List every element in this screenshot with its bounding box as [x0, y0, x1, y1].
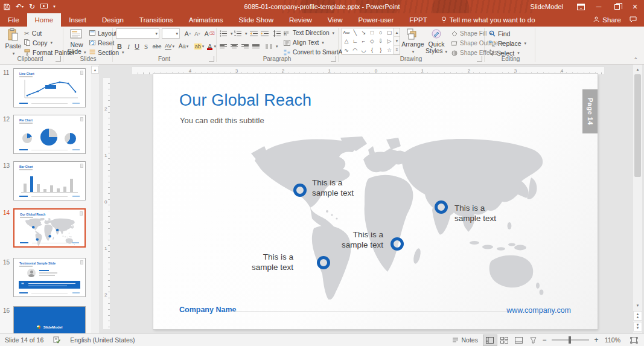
shape-arrow-line-icon[interactable]: ↘: [359, 28, 368, 37]
redo-icon[interactable]: ↻: [29, 0, 35, 13]
scroll-down-icon[interactable]: ▼: [634, 301, 642, 309]
italic-button[interactable]: I: [125, 42, 132, 51]
numbering-button[interactable]: ▾: [234, 29, 247, 38]
strikethrough-button[interactable]: abc: [151, 42, 162, 51]
thumbnail-scrollbar[interactable]: ▲: [91, 65, 99, 333]
account-name[interactable]: SlideModel: [531, 3, 563, 10]
start-from-beginning-icon[interactable]: [40, 4, 48, 10]
shape-rounded-rectangle-icon[interactable]: ▢: [385, 28, 394, 37]
next-slide-button[interactable]: ▼▼: [633, 322, 642, 332]
thumbnail-slide-11[interactable]: Line Chart: [13, 68, 86, 107]
tab-power-user[interactable]: Power-user: [351, 13, 402, 27]
scrollbar-thumb[interactable]: [634, 74, 641, 177]
tab-slide-show[interactable]: Slide Show: [231, 13, 282, 27]
font-dialog-launcher-icon[interactable]: [209, 56, 214, 62]
map-marker-north-america[interactable]: [293, 184, 307, 197]
increase-indent-button[interactable]: [261, 29, 269, 38]
decrease-indent-button[interactable]: [250, 29, 258, 38]
reading-view-button[interactable]: [512, 335, 526, 346]
save-icon[interactable]: [4, 4, 10, 10]
new-slide-button[interactable]: NewSlide ▾: [65, 28, 88, 56]
align-left-button[interactable]: [220, 42, 227, 51]
bold-button[interactable]: B: [116, 42, 123, 51]
slide-canvas[interactable]: Our Global Reach You can edit this subti…: [153, 74, 598, 329]
spellcheck-icon[interactable]: [48, 336, 65, 344]
shapes-gallery-scroll[interactable]: ▲ ▼ ≡: [394, 28, 400, 55]
align-text-button[interactable]: Align Text▾: [284, 38, 324, 47]
thumbnail-slide-12[interactable]: Pie Chart: [13, 115, 86, 154]
drawing-dialog-launcher-icon[interactable]: [477, 56, 482, 62]
thumbnail-slide-15[interactable]: Testimonial Sample Slide “: [13, 258, 86, 297]
shape-triangle-icon[interactable]: △: [342, 37, 351, 45]
tab-review[interactable]: Review: [281, 13, 320, 27]
change-case-button[interactable]: Aa▾: [177, 42, 190, 51]
ribbon-display-options-icon[interactable]: [572, 0, 590, 13]
bullets-button[interactable]: ▾: [220, 29, 233, 38]
font-size-combo[interactable]: ▾: [162, 28, 180, 39]
shape-scribble-icon[interactable]: ∿: [342, 46, 351, 54]
collapse-ribbon-icon[interactable]: ⌃: [633, 57, 638, 63]
font-name-combo[interactable]: ▾: [116, 28, 159, 39]
thumbnail-slide-16[interactable]: SlideModel: [13, 306, 86, 333]
tab-home[interactable]: Home: [27, 13, 62, 27]
zoom-in-button[interactable]: +: [593, 336, 600, 344]
thumbnail-slide-13[interactable]: Bar Chart: [13, 161, 86, 200]
character-spacing-button[interactable]: AV▾: [164, 42, 175, 51]
tab-file[interactable]: File: [0, 13, 27, 27]
text-direction-button[interactable]: Text Direction▾: [284, 28, 334, 37]
reset-button[interactable]: Reset: [89, 38, 114, 47]
website-footer[interactable]: www.company.com: [479, 306, 571, 315]
align-right-button[interactable]: [241, 42, 249, 51]
tab-transitions[interactable]: Transitions: [132, 13, 181, 27]
shape-right-brace-icon[interactable]: }: [377, 46, 385, 54]
zoom-slider-thumb[interactable]: [569, 336, 571, 344]
replace-button[interactable]: abac Replace▾: [489, 39, 526, 48]
find-button[interactable]: Find: [489, 29, 510, 38]
columns-button[interactable]: ▾: [266, 42, 278, 51]
tell-me-box[interactable]: Tell me what you want to do: [435, 13, 541, 27]
company-name-footer[interactable]: Company Name: [179, 306, 236, 314]
previous-slide-button[interactable]: ▲▲: [633, 311, 642, 321]
paragraph-dialog-launcher-icon[interactable]: [331, 56, 336, 62]
shapes-scroll-down-icon[interactable]: ▼: [394, 37, 400, 45]
map-marker-africa[interactable]: [391, 237, 404, 251]
notes-button[interactable]: Notes: [447, 336, 482, 344]
highlight-color-button[interactable]: ab▾: [193, 42, 205, 51]
shape-oval-icon[interactable]: ○: [377, 28, 385, 37]
restore-button[interactable]: [608, 0, 626, 13]
share-button[interactable]: Share: [593, 16, 621, 24]
fit-to-window-icon[interactable]: [625, 337, 644, 344]
shape-elbow-icon[interactable]: ∟: [351, 37, 359, 45]
undo-icon[interactable]: ↶▾: [16, 0, 24, 13]
shape-arc2-icon[interactable]: ◡: [359, 46, 368, 54]
close-button[interactable]: ×: [626, 0, 644, 13]
paste-button[interactable]: Paste▾: [4, 28, 23, 57]
marker-label[interactable]: This is a sample text: [454, 203, 496, 223]
shape-curve-icon[interactable]: ⌐: [359, 37, 368, 45]
shadow-button[interactable]: S: [142, 42, 150, 51]
zoom-slider[interactable]: [552, 339, 589, 341]
map-marker-south-america[interactable]: [317, 256, 330, 269]
underline-button[interactable]: U: [133, 42, 141, 51]
normal-view-button[interactable]: [483, 335, 497, 346]
language-indicator[interactable]: English (United States): [65, 336, 139, 344]
shape-left-brace-icon[interactable]: {: [368, 46, 377, 54]
zoom-level[interactable]: 110%: [600, 336, 625, 344]
vertical-scrollbar[interactable]: ▲ ▼ ▲▲ ▼▼: [633, 65, 642, 333]
tab-view[interactable]: View: [320, 13, 351, 27]
shape-line-icon[interactable]: ╲: [351, 28, 359, 37]
shape-arc-icon[interactable]: ◠: [351, 46, 359, 54]
slide-indicator[interactable]: Slide 14 of 16: [0, 336, 48, 344]
shape-diamond-icon[interactable]: ◇: [368, 37, 377, 45]
customize-qat-icon[interactable]: ▾: [53, 0, 56, 13]
align-center-button[interactable]: [231, 42, 238, 51]
shrink-font-button[interactable]: A˅: [193, 29, 202, 38]
slide-show-button[interactable]: [526, 335, 541, 346]
thumbnail-slide-14[interactable]: Our Global Reach: [13, 208, 86, 248]
tab-design[interactable]: Design: [94, 13, 132, 27]
clipboard-dialog-launcher-icon[interactable]: [56, 56, 61, 62]
clear-formatting-button[interactable]: A⌫: [205, 29, 214, 38]
marker-label[interactable]: This is a sample text: [307, 229, 383, 250]
quick-styles-button[interactable]: QuickStyles ▾: [424, 28, 449, 55]
slide-sorter-view-button[interactable]: [497, 335, 512, 346]
